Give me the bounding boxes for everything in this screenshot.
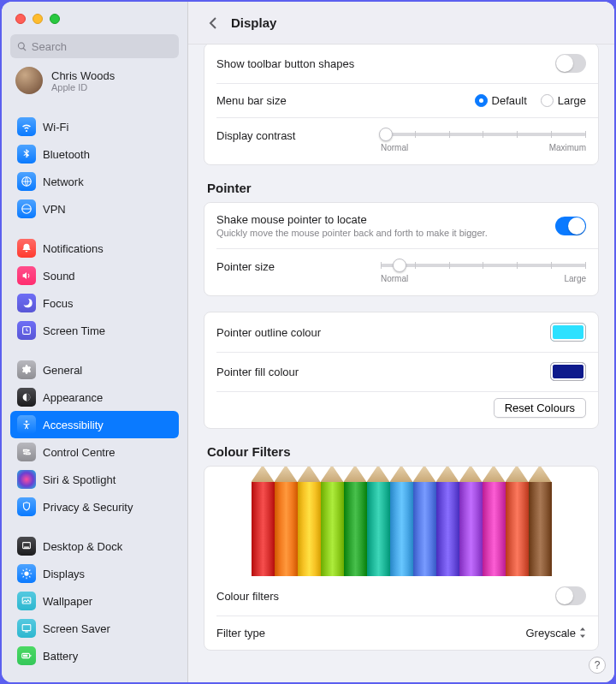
colour-filters-label: Colour filters bbox=[216, 590, 279, 603]
sidebar-item-label: Screen Time bbox=[43, 324, 105, 337]
user-subtitle: Apple ID bbox=[51, 82, 115, 92]
reset-colours-button[interactable]: Reset Colours bbox=[494, 398, 586, 418]
privacy-icon bbox=[17, 497, 36, 516]
sidebar: Chris Woods Apple ID Wi-Fi Bluetooth Net… bbox=[2, 2, 188, 682]
pencil bbox=[252, 467, 275, 576]
display-contrast-label: Display contrast bbox=[216, 129, 295, 142]
user-name: Chris Woods bbox=[51, 69, 115, 82]
pencil bbox=[321, 467, 344, 576]
apple-id-row[interactable]: Chris Woods Apple ID bbox=[10, 65, 179, 101]
sidebar-item-label: Notifications bbox=[43, 242, 104, 255]
page-title: Display bbox=[231, 15, 276, 30]
zoom-window-button[interactable] bbox=[50, 14, 60, 24]
sidebar-item-label: Wi-Fi bbox=[43, 121, 68, 134]
sidebar-item-battery[interactable]: Battery bbox=[10, 642, 179, 669]
sidebar-item-label: Network bbox=[43, 175, 84, 188]
outline-colour-swatch[interactable] bbox=[550, 323, 586, 342]
slider-max-label: Large bbox=[564, 274, 586, 283]
back-button[interactable] bbox=[204, 14, 222, 33]
pencil bbox=[275, 467, 298, 576]
sidebar-item-sound[interactable]: Sound bbox=[10, 262, 179, 289]
sidebar-item-wifi[interactable]: Wi-Fi bbox=[10, 113, 179, 140]
slider-min-label: Normal bbox=[381, 274, 408, 283]
help-button[interactable]: ? bbox=[589, 657, 606, 674]
display-card: Show toolbar button shapes Menu bar size… bbox=[204, 45, 599, 165]
sidebar-item-label: Accessibility bbox=[43, 419, 104, 431]
sidebar-item-desktop-dock[interactable]: Desktop & Dock bbox=[10, 532, 179, 560]
menu-bar-large-radio[interactable]: Large bbox=[541, 94, 586, 107]
reset-colours-row: Reset Colours bbox=[204, 391, 598, 428]
sidebar-item-label: Wallpaper bbox=[43, 595, 92, 608]
menu-bar-size-row: Menu bar size Default Large bbox=[204, 83, 598, 117]
sidebar-item-appearance[interactable]: Appearance bbox=[10, 384, 179, 411]
toolbar-shapes-toggle[interactable] bbox=[555, 54, 586, 73]
minimize-window-button[interactable] bbox=[33, 14, 43, 24]
filter-type-row: Filter type Greyscale bbox=[204, 616, 598, 650]
sidebar-item-vpn[interactable]: VPN bbox=[10, 195, 179, 223]
sidebar-item-screen-saver[interactable]: Screen Saver bbox=[10, 615, 179, 642]
svg-rect-12 bbox=[25, 632, 28, 633]
svg-rect-10 bbox=[22, 598, 31, 604]
bluetooth-icon bbox=[17, 145, 36, 164]
wifi-icon bbox=[17, 117, 36, 136]
sidebar-item-label: General bbox=[43, 364, 82, 377]
colour-filters-row: Colour filters bbox=[204, 576, 598, 616]
sidebar-item-displays[interactable]: Displays bbox=[10, 560, 179, 587]
screen-saver-icon bbox=[17, 619, 36, 638]
colour-filters-toggle[interactable] bbox=[555, 586, 586, 605]
siri-icon bbox=[17, 470, 36, 489]
sidebar-item-label: Focus bbox=[43, 297, 73, 310]
network-icon bbox=[17, 172, 36, 191]
sidebar-item-screen-time[interactable]: Screen Time bbox=[10, 317, 179, 344]
shake-locate-row: Shake mouse pointer to locate Quickly mo… bbox=[204, 203, 598, 248]
outline-colour-label: Pointer outline colour bbox=[216, 326, 321, 339]
close-window-button[interactable] bbox=[15, 14, 26, 24]
sidebar-item-label: Control Centre bbox=[43, 446, 116, 459]
pencil bbox=[529, 467, 552, 576]
sidebar-item-accessibility[interactable]: Accessibility bbox=[10, 411, 179, 438]
pencil bbox=[390, 467, 413, 576]
sidebar-item-label: Displays bbox=[43, 568, 85, 580]
colour-filters-card: Colour filters Filter type Greyscale bbox=[204, 466, 599, 651]
titlebar: Display bbox=[188, 2, 614, 45]
sidebar-item-wallpaper[interactable]: Wallpaper bbox=[10, 587, 179, 615]
radio-label: Large bbox=[558, 94, 586, 107]
sidebar-item-privacy-security[interactable]: Privacy & Security bbox=[10, 493, 179, 520]
focus-icon bbox=[17, 294, 36, 312]
svg-point-9 bbox=[24, 571, 28, 575]
search-input[interactable] bbox=[32, 40, 172, 53]
display-contrast-slider[interactable]: Normal Maximum bbox=[381, 129, 586, 152]
sidebar-item-focus[interactable]: Focus bbox=[10, 289, 179, 317]
sidebar-item-bluetooth[interactable]: Bluetooth bbox=[10, 140, 179, 168]
sidebar-item-lock-screen[interactable]: Lock Screen bbox=[10, 681, 179, 682]
sidebar-item-label: Privacy & Security bbox=[43, 501, 133, 514]
filter-type-label: Filter type bbox=[216, 627, 265, 639]
toolbar-shapes-label: Show toolbar button shapes bbox=[216, 57, 354, 70]
slider-max-label: Maximum bbox=[549, 143, 586, 152]
battery-icon bbox=[17, 646, 36, 665]
sidebar-item-label: Siri & Spotlight bbox=[43, 473, 116, 486]
svg-point-6 bbox=[23, 453, 25, 455]
pointer-size-slider[interactable]: Normal Large bbox=[381, 260, 586, 283]
displays-icon bbox=[17, 564, 36, 583]
sidebar-item-siri-spotlight[interactable]: Siri & Spotlight bbox=[10, 466, 179, 493]
filter-type-dropdown[interactable]: Greyscale bbox=[525, 627, 586, 639]
pencil bbox=[459, 467, 483, 576]
sidebar-item-general[interactable]: General bbox=[10, 356, 179, 384]
radio-label: Default bbox=[492, 94, 527, 107]
shake-locate-toggle[interactable] bbox=[555, 217, 586, 235]
avatar bbox=[15, 67, 43, 94]
sidebar-item-control-centre[interactable]: Control Centre bbox=[10, 438, 179, 466]
fill-colour-row: Pointer fill colour bbox=[204, 352, 598, 391]
sidebar-item-notifications[interactable]: Notifications bbox=[10, 235, 179, 262]
sidebar-item-network[interactable]: Network bbox=[10, 168, 179, 195]
search-field[interactable] bbox=[10, 34, 179, 58]
menu-bar-default-radio[interactable]: Default bbox=[475, 94, 527, 107]
fill-colour-swatch[interactable] bbox=[550, 362, 586, 381]
pencil bbox=[344, 467, 367, 576]
svg-rect-11 bbox=[22, 625, 31, 631]
pencil bbox=[506, 467, 529, 576]
pencil bbox=[436, 467, 459, 576]
main-panel: Display Show toolbar button shapes Menu … bbox=[188, 2, 614, 682]
pointer-colour-card: Pointer outline colour Pointer fill colo… bbox=[204, 312, 599, 429]
